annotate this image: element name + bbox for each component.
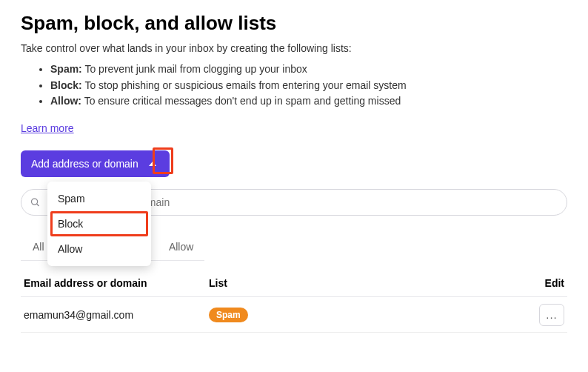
col-list: List bbox=[209, 277, 520, 289]
svg-point-0 bbox=[32, 199, 38, 205]
learn-more-link[interactable]: Learn more bbox=[21, 122, 74, 134]
list-term: Spam: bbox=[50, 63, 82, 75]
list-item: Allow: To ensure critical messages don't… bbox=[50, 93, 567, 110]
tab-allow[interactable]: Allow bbox=[157, 236, 205, 260]
dropdown-item-block[interactable]: Block bbox=[47, 211, 151, 236]
page-title: Spam, block, and allow lists bbox=[21, 12, 567, 35]
description-list: Spam: To prevent junk mail from clogging… bbox=[21, 62, 567, 110]
dropdown-item-allow[interactable]: Allow bbox=[47, 236, 151, 262]
col-edit: Edit bbox=[520, 277, 564, 289]
table-row: emamun34@gmail.com Spam ... bbox=[21, 297, 567, 333]
list-item: Block: To stop phishing or suspicious em… bbox=[50, 78, 567, 94]
list-text: To stop phishing or suspicious emails fr… bbox=[82, 79, 407, 91]
list-text: To prevent junk mail from clogging up yo… bbox=[82, 63, 307, 75]
status-badge: Spam bbox=[209, 308, 248, 322]
search-icon bbox=[30, 197, 41, 208]
list-term: Block: bbox=[50, 79, 82, 91]
list-text: To ensure critical messages don't end up… bbox=[81, 95, 401, 107]
col-email: Email address or domain bbox=[24, 277, 209, 289]
page-subhead: Take control over what lands in your inb… bbox=[21, 42, 567, 54]
dropdown-item-label: Block bbox=[58, 218, 83, 230]
cell-list: Spam bbox=[209, 308, 520, 322]
add-address-label: Add address or domain bbox=[31, 158, 138, 170]
edit-button[interactable]: ... bbox=[539, 304, 564, 326]
list-term: Allow: bbox=[50, 95, 81, 107]
add-address-button[interactable]: Add address or domain bbox=[21, 150, 170, 177]
add-dropdown: Spam Block Allow bbox=[47, 182, 151, 266]
dropdown-item-label: Spam bbox=[58, 193, 85, 205]
list-item: Spam: To prevent junk mail from clogging… bbox=[50, 62, 567, 78]
table-header: Email address or domain List Edit bbox=[21, 277, 567, 297]
dropdown-item-spam[interactable]: Spam bbox=[47, 186, 151, 211]
cell-edit: ... bbox=[520, 304, 564, 326]
caret-up-icon[interactable] bbox=[146, 157, 159, 170]
cell-email: emamun34@gmail.com bbox=[24, 309, 209, 321]
dropdown-item-label: Allow bbox=[58, 243, 82, 255]
svg-line-1 bbox=[37, 204, 39, 206]
